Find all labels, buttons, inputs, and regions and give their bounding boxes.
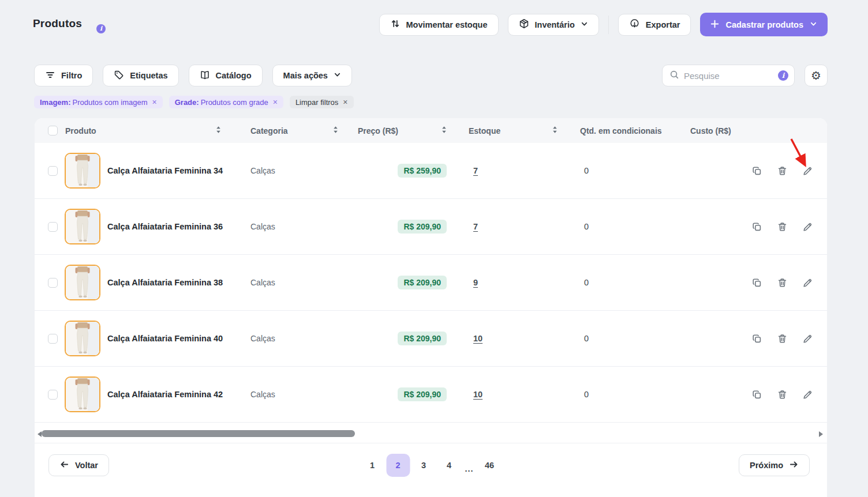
filter-toolbar: Filtro Etiquetas Catálogo Mais ações i ⚙ <box>34 65 828 86</box>
delete-button[interactable] <box>777 221 788 232</box>
chevron-down-icon <box>810 20 817 29</box>
sort-icon[interactable] <box>552 126 558 135</box>
row-select-cell <box>35 166 63 176</box>
page-number-1[interactable]: 1 <box>361 454 384 477</box>
product-image[interactable] <box>65 265 100 300</box>
price-badge: R$ 209,90 <box>398 220 447 234</box>
table-row: Calça Alfaiataria Feminina 38CalçasR$ 20… <box>35 255 827 311</box>
row-checkbox[interactable] <box>48 278 58 288</box>
row-checkbox[interactable] <box>48 334 58 344</box>
product-cell: Calça Alfaiataria Feminina 34 <box>63 153 234 189</box>
filter-button[interactable]: Filtro <box>34 65 93 86</box>
table-row: Calça Alfaiataria Feminina 42CalçasR$ 20… <box>35 367 827 423</box>
scrollbar-thumb[interactable] <box>42 430 355 437</box>
delete-button[interactable] <box>777 333 788 344</box>
stock-link[interactable]: 10 <box>473 334 482 343</box>
page-number-3[interactable]: 3 <box>412 454 435 477</box>
row-checkbox[interactable] <box>48 166 58 176</box>
clear-filters-icon[interactable]: × <box>343 98 347 106</box>
export-label: Exportar <box>646 20 680 29</box>
next-label: Próximo <box>750 461 783 470</box>
page-number-2[interactable]: 2 <box>386 454 410 477</box>
export-button[interactable]: Exportar <box>618 14 691 36</box>
delete-button[interactable] <box>777 277 788 288</box>
settings-button[interactable]: ⚙ <box>805 65 828 86</box>
chevron-down-icon <box>334 71 341 80</box>
move-stock-button[interactable]: Movimentar estoque <box>379 14 499 36</box>
more-actions-button[interactable]: Mais ações <box>272 65 352 86</box>
product-cell: Calça Alfaiataria Feminina 42 <box>63 376 234 412</box>
scroll-left-arrow[interactable] <box>38 431 42 437</box>
edit-button[interactable] <box>802 389 813 400</box>
row-checkbox[interactable] <box>48 222 58 232</box>
price-cell: R$ 209,90 <box>346 387 467 401</box>
stock-link[interactable]: 7 <box>473 166 478 175</box>
labels-button[interactable]: Etiquetas <box>103 65 178 86</box>
row-checkbox[interactable] <box>48 390 58 400</box>
table-header-row: ProdutoCategoriaPreço (R$)EstoqueQtd. em… <box>35 118 827 143</box>
duplicate-button[interactable] <box>751 333 762 344</box>
stock-link[interactable]: 10 <box>473 390 482 399</box>
delete-button[interactable] <box>777 165 788 176</box>
stock-cell: 9 <box>467 277 560 288</box>
product-image[interactable] <box>65 153 100 189</box>
column-header-preco[interactable]: Preço (R$) <box>346 126 467 135</box>
title-info-icon[interactable]: i <box>96 22 106 33</box>
row-select-cell <box>35 390 63 400</box>
edit-button[interactable] <box>802 333 813 344</box>
table-body: Calça Alfaiataria Feminina 34CalçasR$ 25… <box>35 143 827 423</box>
product-image[interactable] <box>65 321 100 356</box>
stock-link[interactable]: 9 <box>473 278 478 287</box>
delete-button[interactable] <box>777 389 788 400</box>
create-products-button[interactable]: Cadastrar produtos <box>700 13 828 36</box>
remove-grade-filter-icon[interactable]: × <box>273 98 278 106</box>
select-all-cell <box>35 126 63 135</box>
row-actions-cell <box>750 333 827 344</box>
edit-button[interactable] <box>802 277 813 288</box>
product-image[interactable] <box>65 209 100 244</box>
filter-chip-imagem[interactable]: Imagem:Produtos com imagem × <box>34 96 163 108</box>
stock-link[interactable]: 7 <box>473 222 478 231</box>
filter-lines-icon <box>45 70 55 82</box>
products-page: Produtos i Movimentar estoque Inventário… <box>0 0 868 497</box>
product-cell: Calça Alfaiataria Feminina 36 <box>63 209 234 244</box>
edit-button[interactable] <box>802 221 813 232</box>
column-header-estoque[interactable]: Estoque <box>467 126 560 135</box>
column-header-qtd-condicionais: Qtd. em condicionais <box>560 126 687 135</box>
row-actions-cell <box>750 389 827 400</box>
column-label: Custo (R$) <box>690 126 731 135</box>
search-info-icon[interactable]: i <box>778 70 788 81</box>
duplicate-button[interactable] <box>751 389 762 400</box>
filter-chip-grade[interactable]: Grade:Produtos com grade × <box>169 96 283 108</box>
column-header-categoria[interactable]: Categoria <box>234 126 346 135</box>
sort-icon[interactable] <box>333 126 338 135</box>
tag-icon <box>114 70 124 82</box>
edit-button[interactable] <box>802 165 813 176</box>
remove-imagem-filter-icon[interactable]: × <box>152 98 157 106</box>
duplicate-button[interactable] <box>751 165 762 176</box>
page-number-46[interactable]: 46 <box>478 454 501 477</box>
sort-icon[interactable] <box>442 126 447 135</box>
clear-filters-chip[interactable]: Limpar filtros × <box>290 96 354 108</box>
catalog-button[interactable]: Catálogo <box>189 65 263 86</box>
table-row: Calça Alfaiataria Feminina 34CalçasR$ 25… <box>35 143 827 199</box>
page-title: Produtos <box>33 17 82 30</box>
page-number-4[interactable]: 4 <box>437 454 461 477</box>
product-cell: Calça Alfaiataria Feminina 38 <box>63 265 234 300</box>
duplicate-button[interactable] <box>751 221 762 232</box>
gear-icon: ⚙ <box>811 70 821 81</box>
catalog-label: Catálogo <box>216 71 252 80</box>
duplicate-button[interactable] <box>751 277 762 288</box>
column-header-produto[interactable]: Produto <box>63 126 234 135</box>
search-input[interactable] <box>684 71 773 81</box>
next-button[interactable]: Próximo <box>739 454 810 476</box>
sort-icon[interactable] <box>216 126 221 135</box>
conditionals-cell: 0 <box>560 278 687 287</box>
inventory-button[interactable]: Inventário <box>508 14 599 36</box>
chevron-down-icon <box>581 20 588 29</box>
product-name: Calça Alfaiataria Feminina 42 <box>107 390 223 399</box>
scroll-right-arrow[interactable] <box>819 431 823 437</box>
select-all-checkbox[interactable] <box>48 126 58 135</box>
back-button[interactable]: Voltar <box>48 454 109 476</box>
product-image[interactable] <box>65 376 100 412</box>
